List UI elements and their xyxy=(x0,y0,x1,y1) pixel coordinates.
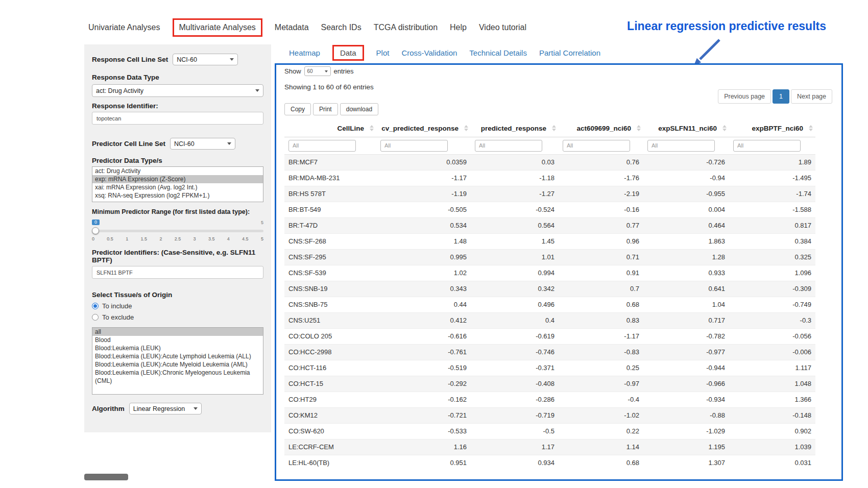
export-button[interactable]: download xyxy=(340,103,378,115)
predictor-data-type-listbox[interactable]: act: Drug Activity exp: mRNA Expression … xyxy=(92,166,263,202)
sort-icon[interactable] xyxy=(464,125,468,131)
slider-handle[interactable] xyxy=(92,227,99,234)
table-row[interactable]: CO:SW-620 -0.533 -0.5 0.22 -1.029 0.902 xyxy=(284,423,815,439)
listbox-option[interactable]: Blood xyxy=(92,336,263,344)
table-row[interactable]: CO:KM12 -0.721 -0.719 -1.02 -0.88 -0.148 xyxy=(284,407,815,423)
cell-predicted-response: 1.45 xyxy=(471,233,559,249)
table-row[interactable]: CO:HCT-15 -0.292 -0.408 -0.97 -0.966 1.0… xyxy=(284,376,815,392)
table-row[interactable]: BR:BT-549 -0.505 -0.524 -0.16 0.004 -1.5… xyxy=(284,202,815,217)
table-row[interactable]: CO:HCT-116 -0.519 -0.371 0.25 -0.944 1.1… xyxy=(284,360,815,376)
result-tab[interactable]: Technical Details xyxy=(469,48,527,57)
table-row[interactable]: CNS:U251 0.412 0.4 0.83 0.717 -0.3 xyxy=(284,312,815,328)
filter-input-expbptf[interactable] xyxy=(733,140,801,152)
filter-input-cellline[interactable] xyxy=(288,140,356,152)
table-row[interactable]: LE:HL-60(TB) 0.951 0.934 0.68 1.307 0.03… xyxy=(284,455,815,471)
cell-predicted-response: -0.5 xyxy=(471,423,559,439)
column-header[interactable]: CellLine xyxy=(284,120,376,137)
cell-expslfn11: -0.88 xyxy=(643,407,729,423)
listbox-option[interactable]: Blood:Leukemia (LEUK):Acute Myeloid Leuk… xyxy=(92,360,263,369)
cell-predicted-response: 0.994 xyxy=(471,265,559,281)
sort-icon[interactable] xyxy=(722,125,727,131)
listbox-option[interactable]: Blood:Leukemia (LEUK):Acute Lymphoid Leu… xyxy=(92,352,263,360)
page-length-select[interactable]: 60 xyxy=(304,66,331,76)
table-row[interactable]: BR:HS 578T -1.19 -1.27 -2.19 -0.955 -1.7… xyxy=(284,186,815,202)
cell-predicted-response: 0.03 xyxy=(471,154,559,170)
column-header[interactable]: expSLFN11_nci60 xyxy=(643,120,729,137)
previous-page-button[interactable]: Previous page xyxy=(718,89,771,104)
table-row[interactable]: CNS:SF-539 1.02 0.994 0.91 0.933 1.096 xyxy=(284,265,815,281)
column-header[interactable]: act609699_nci60 xyxy=(559,120,643,137)
sort-icon[interactable] xyxy=(552,125,556,131)
table-row[interactable]: BR:T-47D 0.534 0.564 0.77 0.464 0.817 xyxy=(284,217,815,233)
nav-item[interactable]: Video tutorial xyxy=(479,23,526,32)
filter-input-cv-predicted-response[interactable] xyxy=(380,140,448,152)
result-tab[interactable]: Cross-Validation xyxy=(401,48,457,57)
table-row[interactable]: CO:HT29 -0.162 -0.286 -0.4 -0.934 1.366 xyxy=(284,392,815,407)
table-row[interactable]: CO:COLO 205 -0.616 -0.619 -1.17 -0.782 -… xyxy=(284,328,815,344)
table-row[interactable]: BR:MCF7 0.0359 0.03 0.76 -0.726 1.89 xyxy=(284,154,815,170)
chevron-down-icon xyxy=(194,407,198,410)
response-cell-line-set-row: Response Cell Line Set NCI-60 xyxy=(92,54,263,65)
table-row[interactable]: CNS:SF-295 0.995 1.01 0.71 1.28 0.325 xyxy=(284,249,815,265)
predictor-identifiers-input[interactable] xyxy=(92,266,263,279)
listbox-option[interactable]: xai: mRNA Expression (Avg. log2 Int.) xyxy=(92,183,263,191)
table-row[interactable]: CNS:SNB-19 0.343 0.342 0.7 0.641 -0.309 xyxy=(284,281,815,297)
listbox-option[interactable]: Blood:Leukemia (LEUK) xyxy=(92,344,263,352)
column-header[interactable]: expBPTF_nci60 xyxy=(729,120,815,137)
filter-input-predicted-response[interactable] xyxy=(475,140,542,152)
cell-cv-predicted-response: 0.343 xyxy=(376,281,471,297)
tissue-radio-option[interactable]: To exclude xyxy=(92,313,263,321)
nav-item[interactable]: Search IDs xyxy=(321,23,361,32)
filter-input-expslfn11[interactable] xyxy=(647,140,715,152)
slider-track[interactable] xyxy=(92,227,263,235)
table-row[interactable]: CNS:SF-268 1.48 1.45 0.96 1.863 0.384 xyxy=(284,233,815,249)
listbox-option[interactable]: act: Drug Activity xyxy=(92,167,263,175)
listbox-option[interactable]: exp: mRNA Expression (Z-Score) xyxy=(92,175,263,183)
cell-expbptf: 1.048 xyxy=(729,376,815,392)
response-identifier-input[interactable] xyxy=(92,112,263,125)
result-tab[interactable]: Data xyxy=(332,45,364,61)
cell-expbptf: -1.74 xyxy=(729,186,815,202)
nav-item[interactable]: Help xyxy=(450,23,467,32)
table-row[interactable]: LE:CCRF-CEM 1.16 1.17 1.14 1.195 1.039 xyxy=(284,439,815,455)
result-tab[interactable]: Partial Correlation xyxy=(539,48,600,57)
export-button[interactable]: Copy xyxy=(284,103,311,115)
listbox-option[interactable]: all xyxy=(92,328,263,336)
next-page-button[interactable]: Next page xyxy=(791,89,832,104)
export-button[interactable]: Print xyxy=(313,103,338,115)
sort-icon[interactable] xyxy=(637,125,641,131)
nav-item[interactable]: Metadata xyxy=(275,23,309,32)
tissue-radio-option[interactable]: To include xyxy=(92,302,263,310)
cell-expbptf: -0.006 xyxy=(729,344,815,360)
column-header[interactable]: predicted_response xyxy=(471,120,559,137)
algorithm-select[interactable]: Linear Regression xyxy=(129,403,202,414)
result-tab[interactable]: Plot xyxy=(376,48,390,57)
nav-item[interactable]: Univariate Analyses xyxy=(88,23,160,32)
column-header[interactable]: cv_predicted_response xyxy=(376,120,471,137)
tissue-listbox[interactable]: all Blood Blood:Leukemia (LEUK) Blood:Le… xyxy=(92,327,263,395)
cell-expbptf: 1.89 xyxy=(729,154,815,170)
predictor-cell-line-set-select[interactable]: NCI-60 xyxy=(170,138,235,150)
listbox-option[interactable]: Blood:Leukemia (LEUK):Chronic Myelogenou… xyxy=(92,369,263,385)
response-cell-line-set-select[interactable]: NCI-60 xyxy=(173,54,238,65)
cell-cellline: CNS:U251 xyxy=(284,312,376,328)
nav-item[interactable]: TCGA distribution xyxy=(374,23,438,32)
cell-cv-predicted-response: 0.412 xyxy=(376,312,471,328)
sort-icon[interactable] xyxy=(809,125,813,131)
show-label: Show xyxy=(284,67,301,75)
listbox-option[interactable]: xsq: RNA-seq Expression (log2 FPKM+1.) xyxy=(92,191,263,200)
result-tab[interactable]: Heatmap xyxy=(289,48,320,57)
filter-input-act609699[interactable] xyxy=(563,140,630,152)
slider-track-bar xyxy=(92,230,263,232)
table-row[interactable]: BR:MDA-MB-231 -1.17 -1.18 -1.76 -0.94 -1… xyxy=(284,170,815,186)
cell-cv-predicted-response: -0.519 xyxy=(376,360,471,376)
current-page-button[interactable]: 1 xyxy=(773,89,789,104)
chevron-down-icon xyxy=(255,89,259,92)
table-row[interactable]: CNS:SNB-75 0.44 0.496 0.68 1.04 -0.749 xyxy=(284,297,815,312)
sort-icon[interactable] xyxy=(370,125,374,131)
table-filter-row xyxy=(284,137,815,154)
nav-item[interactable]: Multivariate Analyses xyxy=(173,18,262,37)
table-row[interactable]: CO:HCC-2998 -0.761 -0.746 -0.83 -0.977 -… xyxy=(284,344,815,360)
response-data-type-select[interactable]: act: Drug Activity xyxy=(92,84,263,97)
cell-expslfn11: -0.726 xyxy=(643,154,729,170)
